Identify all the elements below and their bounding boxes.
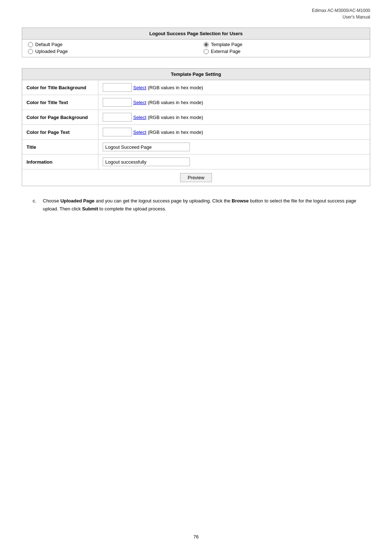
radio-label-external: External Page (211, 49, 241, 54)
preview-button[interactable]: Preview (180, 173, 212, 182)
title-input[interactable] (103, 143, 190, 151)
label-color-title-bg: Color for Title Background (22, 80, 98, 95)
row-color-page-bg: Color for Page Background Select (RGB va… (22, 110, 370, 125)
select-link-page-bg[interactable]: Select (133, 115, 146, 120)
text-browse-bold: Browse (232, 198, 249, 204)
select-link-page-text[interactable]: Select (133, 130, 146, 135)
select-link-title-text[interactable]: Select (133, 100, 146, 105)
value-color-title-bg: Select (RGB values in hex mode) (98, 80, 370, 95)
radio-label-uploaded: Uploaded Page (35, 49, 68, 54)
template-setting-title: Template Page Setting (22, 69, 370, 80)
radio-template-page[interactable]: Template Page (204, 42, 364, 47)
color-swatch-page-text[interactable] (103, 128, 132, 136)
row-color-title-bg: Color for Title Background Select (RGB v… (22, 80, 370, 95)
radio-external-page[interactable]: External Page (204, 49, 364, 54)
row-color-title-text: Color for Title Text Select (RGB values … (22, 95, 370, 110)
value-color-title-text: Select (RGB values in hex mode) (98, 95, 370, 110)
row-color-page-text: Color for Page Text Select (RGB values i… (22, 125, 370, 140)
row-title: Title (22, 140, 370, 155)
text-choose: Choose (43, 198, 60, 204)
text-end: to complete the upload process. (98, 206, 166, 212)
value-color-page-text: Select (RGB values in hex mode) (98, 125, 370, 140)
label-title: Title (22, 140, 98, 155)
radio-circle-uploaded (28, 49, 33, 54)
label-color-page-text: Color for Page Text (22, 125, 98, 140)
select-link-title-bg[interactable]: Select (133, 85, 146, 90)
rgb-hint-title-bg: (RGB values in hex mode) (148, 85, 203, 90)
value-color-page-bg: Select (RGB values in hex mode) (98, 110, 370, 125)
radio-default-page[interactable]: Default Page (28, 42, 192, 47)
radio-label-default: Default Page (35, 42, 62, 47)
row-information: Information (22, 155, 370, 169)
brand-line2: User's Manual (22, 14, 370, 20)
rgb-hint-page-bg: (RGB values in hex mode) (148, 115, 203, 120)
label-color-page-bg: Color for Page Background (22, 110, 98, 125)
radio-uploaded-page[interactable]: Uploaded Page (28, 49, 192, 54)
value-title (98, 140, 370, 155)
radio-circle-template (204, 42, 209, 47)
rgb-hint-page-text: (RGB values in hex mode) (148, 130, 203, 135)
text-mid1: and you can get the logout success page … (94, 198, 232, 204)
header-branding: Edimax AC-M3000/AC-M1000 User's Manual (22, 7, 370, 20)
list-label-c: c. (33, 197, 39, 205)
row-preview: Preview (22, 169, 370, 186)
body-text-section: c. Choose Uploaded Page and you can get … (22, 197, 370, 213)
value-information (98, 155, 370, 169)
brand-line1: Edimax AC-M3000/AC-M1000 (22, 7, 370, 14)
text-submit-bold: Submit (82, 206, 98, 212)
preview-cell: Preview (22, 169, 370, 186)
logout-selection-table: Logout Success Page Selection for Users … (22, 28, 370, 57)
color-swatch-title-text[interactable] (103, 98, 132, 107)
radio-circle-external (204, 49, 209, 54)
information-input[interactable] (103, 157, 190, 166)
list-content-c: Choose Uploaded Page and you can get the… (43, 197, 370, 213)
label-information: Information (22, 155, 98, 169)
logout-selection-title: Logout Success Page Selection for Users (22, 28, 370, 40)
template-setting-table: Template Page Setting Color for Title Ba… (22, 68, 370, 186)
list-item-c: c. Choose Uploaded Page and you can get … (33, 197, 370, 213)
rgb-hint-title-text: (RGB values in hex mode) (148, 100, 203, 105)
color-swatch-page-bg[interactable] (103, 113, 132, 122)
text-uploaded-page-bold: Uploaded Page (60, 198, 94, 204)
page-number: 76 (0, 534, 392, 539)
label-color-title-text: Color for Title Text (22, 95, 98, 110)
radio-label-template: Template Page (211, 42, 242, 47)
radio-circle-default (28, 42, 33, 47)
color-swatch-title-bg[interactable] (103, 83, 132, 92)
